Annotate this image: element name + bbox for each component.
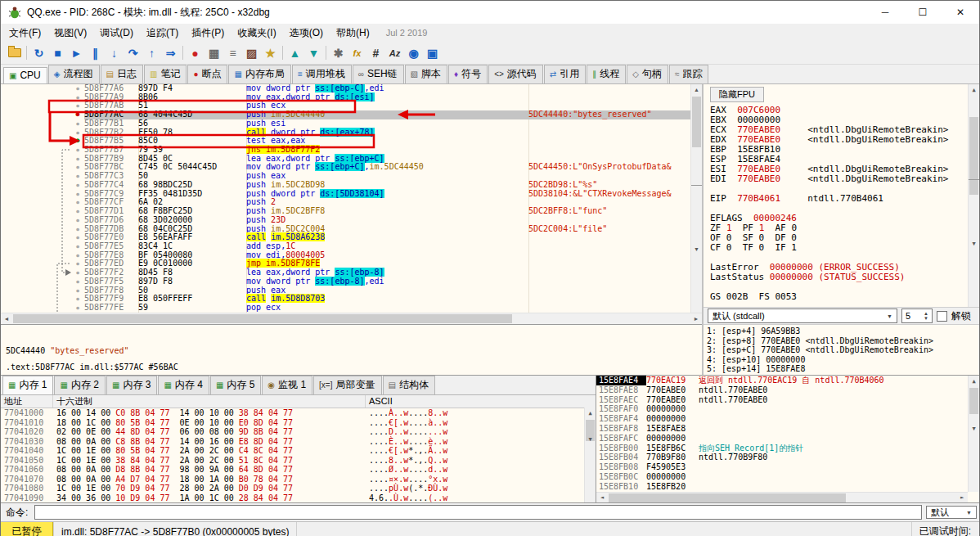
register-line[interactable]: GS 002B FS 0053 bbox=[710, 292, 968, 302]
preferences-icon[interactable]: ✱ bbox=[329, 44, 348, 62]
memory-row[interactable]: 770410801C 00 1E 00 70 D9 04 77 28 00 2A… bbox=[1, 484, 596, 493]
scroll-right-button[interactable]: ► bbox=[690, 313, 702, 324]
view-tab[interactable]: ≡调用堆栈 bbox=[292, 65, 352, 83]
breakpoint-dot-icon[interactable]: ● bbox=[71, 216, 84, 225]
command-profile-select[interactable]: 默认 ▼ bbox=[926, 506, 977, 519]
scroll-up-button[interactable]: ▲ bbox=[691, 84, 702, 95]
debug-window-icon[interactable]: ▣ bbox=[423, 44, 442, 62]
stack-row[interactable]: 15E8FAE4770EAC19返回到 ntdll.770EAC19 自 ntd… bbox=[596, 376, 979, 385]
scroll-down-button[interactable]: ▼ bbox=[969, 376, 979, 492]
breakpoint-dot-icon[interactable]: ● bbox=[71, 155, 84, 164]
view-tab[interactable]: ∥线程 bbox=[587, 65, 626, 83]
argument-row[interactable]: 3: [esp+C] 770EABE0 <ntdll.DbgUiRemoteBr… bbox=[707, 345, 976, 355]
disasm-hscrollbar[interactable]: ◄ ► bbox=[1, 313, 702, 324]
scrollbar-thumb[interactable] bbox=[692, 97, 701, 147]
stack-view[interactable]: 15E8FAE4770EAC19返回到 ntdll.770EAC19 自 ntd… bbox=[596, 376, 979, 502]
memory-map-icon[interactable]: ▦ bbox=[205, 44, 223, 62]
minimize-button[interactable]: ─ bbox=[866, 1, 904, 24]
stack-row[interactable]: 15E8FAFC00000000 bbox=[596, 434, 979, 444]
view-tab[interactable]: ▣CPU bbox=[3, 67, 47, 83]
breakpoint-dot-red-icon[interactable]: ● bbox=[71, 110, 84, 119]
breakpoint-dot-green-icon[interactable]: ● bbox=[71, 137, 84, 146]
menu-item[interactable]: 帮助(H) bbox=[330, 25, 376, 41]
disasm-row[interactable]: ●5D8F77FE59pop ecx bbox=[1, 304, 692, 313]
run-icon[interactable]: ► bbox=[67, 44, 86, 62]
registers-vscrollbar[interactable]: ▲ ▼ bbox=[968, 84, 979, 307]
menu-item[interactable]: 调试(D) bbox=[93, 25, 140, 41]
view-tab[interactable]: ∞SEH链 bbox=[353, 65, 404, 83]
breakpoint-dot-icon[interactable]: ● bbox=[71, 268, 84, 277]
menu-item[interactable]: 追踪(T) bbox=[140, 25, 185, 41]
pause-icon[interactable]: ∥ bbox=[86, 44, 105, 62]
stack-row[interactable]: 15E8FAE8770EABE0ntdll.770EABE0 bbox=[596, 385, 979, 395]
stack-row[interactable]: 15E8FB1015E8FB20 bbox=[596, 482, 979, 492]
scrollbar-thumb[interactable] bbox=[13, 314, 512, 323]
stack-row[interactable]: 15E8FB04770B9F80ntdll.770B9F80 bbox=[596, 453, 979, 462]
memory-row[interactable]: 7704100016 00 14 00 C0 8B 04 77 14 00 10… bbox=[1, 408, 596, 418]
argument-row[interactable]: 2: [esp+8] 770EABE0 <ntdll.DbgUiRemoteBr… bbox=[707, 336, 976, 346]
breakpoints-icon[interactable]: ● bbox=[186, 44, 205, 62]
scroll-up-button[interactable]: ▲ bbox=[969, 84, 979, 95]
step-out-icon[interactable]: ↑ bbox=[142, 44, 161, 62]
breakpoint-dot-icon[interactable]: ● bbox=[71, 101, 84, 110]
scroll-left-button[interactable]: ◄ bbox=[596, 493, 608, 502]
breakpoint-dot-icon[interactable]: ● bbox=[71, 251, 84, 260]
stack-row[interactable]: 15E8FAEC770EABE0ntdll.770EABE0 bbox=[596, 395, 979, 405]
argument-row[interactable]: 5: [esp+14] 15E8FAE8 bbox=[707, 364, 976, 374]
memory-row[interactable]: 7704103008 00 0A 00 C8 8B 04 77 14 00 16… bbox=[1, 437, 596, 447]
breakpoint-dot-icon[interactable]: ● bbox=[71, 128, 84, 137]
register-line[interactable]: CF 0 TF 0 IF 1 bbox=[710, 243, 968, 253]
hide-fpu-button[interactable]: 隐藏FPU bbox=[710, 87, 764, 102]
stop-icon[interactable]: ■ bbox=[48, 44, 67, 62]
breakpoint-dot-icon[interactable]: ● bbox=[71, 207, 84, 216]
menu-item[interactable]: 收藏夹(I) bbox=[231, 25, 282, 41]
memory-row[interactable]: 7704109034 00 36 00 10 D9 04 77 1A 00 1C… bbox=[1, 493, 596, 503]
command-input[interactable] bbox=[34, 505, 922, 520]
breakpoint-dot-icon[interactable]: ● bbox=[71, 172, 84, 181]
unlock-checkbox[interactable] bbox=[937, 311, 947, 322]
call-stack-icon[interactable]: ≡ bbox=[223, 44, 242, 62]
stack-row[interactable]: 15E8FB08F45905E3 bbox=[596, 462, 979, 472]
disasm-row[interactable]: ●5D8F77B156push esi bbox=[1, 119, 692, 128]
view-tab[interactable]: <>源代码 bbox=[488, 65, 543, 83]
stack-row[interactable]: 15E8FB0015E8FB6C指向SEH_Record[1]的指针 bbox=[596, 444, 979, 453]
breakpoint-dot-icon[interactable]: ● bbox=[71, 225, 84, 234]
view-tab[interactable]: ▦内存布局 bbox=[228, 65, 290, 83]
close-button[interactable]: ✕ bbox=[942, 1, 979, 24]
register-line[interactable]: EIP 770B4061 ntdll.770B4061 bbox=[710, 194, 968, 204]
breakpoint-dot-icon[interactable]: ● bbox=[71, 181, 84, 190]
breakpoint-dot-icon[interactable]: ● bbox=[71, 190, 84, 199]
step-over-icon[interactable]: ↷ bbox=[124, 44, 142, 62]
scroll-down-button[interactable]: ▼ bbox=[969, 179, 979, 307]
breakpoint-dot-icon[interactable]: ● bbox=[71, 233, 84, 242]
disasm-row[interactable]: ●5D8F77D668 3D020000push 23D bbox=[1, 216, 692, 225]
breakpoint-dot-icon[interactable]: ● bbox=[71, 304, 84, 313]
appearance-icon[interactable]: Az bbox=[385, 44, 404, 62]
argument-count-spinner[interactable]: 5 ▲▼ bbox=[901, 309, 933, 323]
stack-hscrollbar[interactable]: ◄ ► bbox=[596, 492, 968, 502]
scroll-right-button[interactable]: ► bbox=[956, 493, 968, 502]
scroll-left-button[interactable]: ◄ bbox=[1, 313, 12, 324]
fx-icon[interactable]: fx bbox=[348, 44, 366, 62]
calling-convention-select[interactable]: 默认 (stdcall) ▼ bbox=[708, 309, 897, 323]
menu-item[interactable]: 插件(P) bbox=[185, 25, 231, 41]
stack-row[interactable]: 15E8FAF000000000 bbox=[596, 404, 979, 414]
breakpoint-dot-icon[interactable]: ● bbox=[71, 295, 84, 304]
view-tab[interactable]: ≈跟踪 bbox=[669, 65, 709, 83]
disassembly-view[interactable]: ●5D8F77A6897D F4mov dword ptr ss:[ebp-C]… bbox=[1, 84, 702, 313]
scroll-down-button[interactable]: ▼ bbox=[585, 395, 596, 502]
disasm-row[interactable]: ●5D8F77F5897D F8mov dword ptr ss:[ebp-8]… bbox=[1, 277, 692, 286]
breakpoint-dot-icon[interactable]: ● bbox=[71, 84, 84, 93]
breakpoint-dot-icon[interactable]: ● bbox=[71, 277, 84, 286]
register-line[interactable]: LastStatus 00000000 (STATUS_SUCCESS) bbox=[710, 273, 968, 282]
argument-row[interactable]: 1: [esp+4] 96A59BB3 bbox=[707, 327, 976, 336]
goto-top-icon[interactable]: ▲ bbox=[285, 44, 304, 62]
disasm-vscrollbar[interactable]: ▲ ▼ bbox=[690, 84, 702, 313]
favourites-icon[interactable]: ★ bbox=[261, 44, 280, 62]
argument-row[interactable]: 4: [esp+10] 00000000 bbox=[707, 355, 976, 365]
restart-icon[interactable]: ↻ bbox=[29, 44, 48, 62]
open-file-icon[interactable] bbox=[5, 44, 24, 62]
memory-vscrollbar[interactable]: ▲ ▼ bbox=[584, 408, 596, 502]
memory-row[interactable]: 7704106008 00 0A 00 D8 8B 04 77 98 00 9A… bbox=[1, 465, 596, 475]
stack-vscrollbar[interactable]: ▲ ▼ bbox=[968, 376, 979, 492]
